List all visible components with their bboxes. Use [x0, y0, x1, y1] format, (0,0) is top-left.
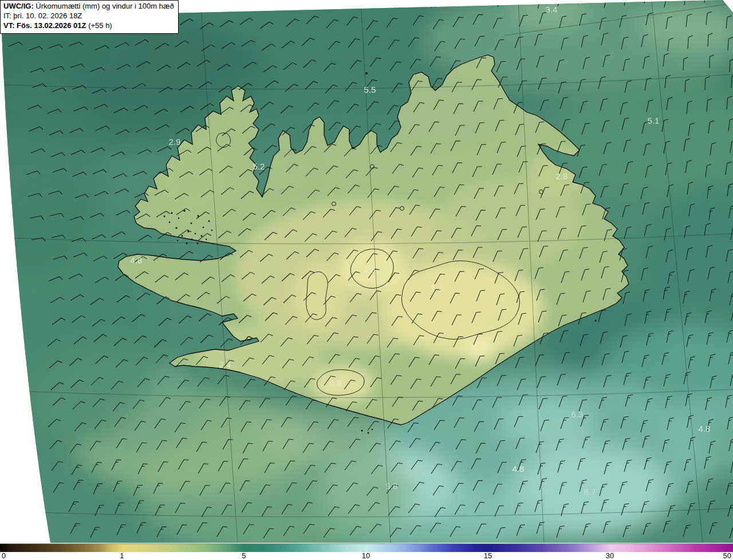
contour-label: 4.8: [699, 424, 711, 433]
title-line-valid: VT: Fös. 13.02.2026 01Z (+55 h): [3, 21, 174, 31]
contour-label: 5.5: [364, 85, 376, 94]
wind-barb: [411, 0, 422, 3]
weather-map-viewport: 3.45.55.12.95.22.84.81.31.12.40.86.34.84…: [0, 0, 733, 560]
contour-label: 4.8: [131, 255, 143, 265]
valid-offset: (+55 h): [86, 21, 112, 30]
wind-barb: [451, 0, 462, 5]
wind-barb: [431, 0, 442, 7]
contour-label: 2.4: [219, 360, 231, 369]
colorbar-tick: 30: [606, 551, 614, 560]
contour-label: 5.2: [253, 161, 265, 171]
wind-barb: [238, 0, 251, 3]
colorbar-tick: 0: [2, 551, 6, 560]
contour-label: 3.4: [546, 5, 558, 14]
wind-barb: [471, 0, 482, 3]
map-field: 3.45.55.12.95.22.84.81.31.12.40.86.34.84…: [0, 0, 733, 543]
colorbar-tick: 10: [362, 551, 370, 560]
wind-barb: [198, 1, 211, 7]
title-line-product: UWC/IG: Úrkomumætti (mm) og vindur i 100…: [3, 2, 174, 11]
contour-label: 4.8: [513, 464, 525, 474]
title-line-init: IT: þri. 10. 02. 2026 18Z: [3, 11, 174, 21]
contour-label: 0.8: [330, 378, 342, 388]
colorbar-tick: 50: [723, 551, 731, 560]
wind-barb: [285, 0, 297, 5]
colorbar-tick: 1: [120, 551, 124, 560]
wind-barb: [265, 0, 278, 7]
colorbar-tick: 5: [242, 551, 246, 560]
wind-barb: [391, 0, 402, 6]
valid-time: VT: Fös. 13.02.2026 01Z: [3, 21, 86, 30]
wind-barb: [218, 0, 231, 5]
contour-label: 1.1: [431, 283, 443, 293]
map-title-box: UWC/IG: Úrkomumætti (mm) og vindur i 100…: [0, 0, 179, 34]
contour-label: 6.3: [572, 409, 584, 419]
product-title: Úrkomumætti (mm) og vindur i 100m hæð: [34, 2, 174, 10]
wind-barb: [371, 0, 383, 8]
wind-barb: [305, 1, 317, 9]
precip-colorbar: 01510153050: [0, 543, 733, 560]
contour-label: 5.1: [648, 116, 660, 125]
wind-barb: [518, 0, 526, 5]
contour-label: 8.7: [584, 487, 596, 496]
wind-barb: [178, 0, 191, 3]
colorbar-tick: 15: [484, 551, 492, 560]
contour-label: 9.8: [386, 481, 398, 491]
contour-label: 2.9: [169, 137, 181, 147]
colorbar-gradient: [0, 543, 733, 552]
wind-barb: [325, 0, 337, 6]
weather-map: 3.45.55.12.95.22.84.81.31.12.40.86.34.84…: [0, 0, 733, 543]
wind-barb: [345, 0, 356, 4]
product-prefix: UWC/IG:: [3, 2, 34, 10]
contour-label: 1.3: [364, 265, 376, 274]
colorbar-tick-labels: 01510153050: [0, 551, 733, 560]
contour-label: 2.8: [556, 171, 568, 181]
